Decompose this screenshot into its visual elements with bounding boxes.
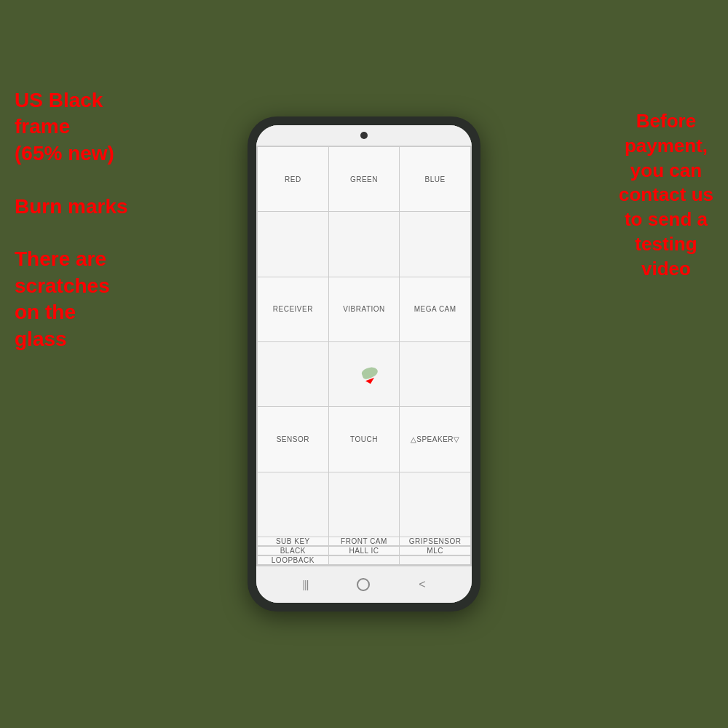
left-line-10: glass — [15, 326, 128, 352]
grid-cell-hall-ic[interactable]: HALL IC — [329, 547, 400, 555]
grid-cell-vibration[interactable]: VIBRATION — [329, 277, 400, 341]
right-line-4: contact us — [619, 183, 713, 207]
right-line-5: to send a — [619, 207, 713, 232]
grid-cell-red[interactable]: RED — [258, 147, 328, 211]
grid-cell-gripsensor[interactable]: GRIPSENSOR — [400, 537, 470, 545]
grid-cell-empty-5 — [329, 342, 400, 406]
grid-cell-empty-9 — [400, 472, 470, 537]
left-line-7: There are — [15, 246, 128, 272]
grid-cell-empty-17 — [400, 556, 470, 564]
left-line-2: frame — [15, 114, 128, 140]
right-overlay-text: Before payment, you can contact us to se… — [619, 109, 713, 282]
grid-cell-empty-4 — [258, 342, 328, 406]
nav-back-icon[interactable] — [419, 578, 425, 591]
left-overlay-text: US Black frame (65% new) Burn marks Ther… — [15, 87, 128, 352]
left-line-1: US Black — [15, 87, 128, 114]
grid-cell-touch[interactable]: TOUCH — [329, 407, 400, 471]
left-line-8: scratches — [15, 273, 128, 299]
grid-cell-mlc[interactable]: MLC — [400, 547, 470, 555]
grid-cell-front-cam[interactable]: FRONT CAM — [329, 537, 400, 545]
left-line-5: Burn marks — [15, 194, 128, 220]
grid-cell-receiver[interactable]: RECEIVER — [258, 277, 328, 341]
right-line-7: video — [619, 257, 713, 282]
grid-cell-sensor[interactable]: SENSOR — [258, 407, 328, 471]
phone-bottom-nav — [256, 566, 472, 603]
grid-cell-green[interactable]: GREEN — [329, 147, 400, 211]
grid-cell-empty-16 — [329, 556, 400, 564]
grid-cell-mega-cam[interactable]: MEGA CAM — [400, 277, 470, 341]
right-line-1: Before — [619, 109, 713, 134]
left-line-3: (65% new) — [15, 141, 128, 167]
grid-cell-speaker[interactable]: △SPEAKER▽ — [400, 407, 470, 471]
grid-cell-sub-key[interactable]: SUB KEY — [258, 537, 328, 545]
right-line-3: you can — [619, 159, 713, 183]
grid-cell-empty-7 — [258, 472, 328, 537]
test-grid: RED GREEN BLUE RECEIVER VIBRATION MEGA C… — [256, 146, 472, 566]
grid-cell-empty-1 — [258, 212, 328, 276]
nav-home-icon[interactable] — [357, 578, 370, 591]
grid-cell-empty-2 — [329, 212, 400, 276]
right-line-6: testing — [619, 232, 713, 257]
grid-cell-empty-3 — [400, 212, 470, 276]
phone-screen: RED GREEN BLUE RECEIVER VIBRATION MEGA C… — [256, 125, 472, 603]
grid-cell-empty-8 — [329, 472, 400, 537]
grid-cell-blue[interactable]: BLUE — [400, 147, 470, 211]
grid-cell-black[interactable]: BLACK — [258, 547, 328, 555]
phone-top-bar — [256, 125, 472, 146]
nav-recent-apps-icon[interactable] — [302, 579, 308, 590]
grid-cell-empty-6 — [400, 342, 470, 406]
front-camera-dot — [360, 132, 368, 139]
grid-cell-loopback[interactable]: LOOPBACK — [258, 556, 328, 564]
phone-device: RED GREEN BLUE RECEIVER VIBRATION MEGA C… — [248, 116, 480, 612]
left-line-9: on the — [15, 299, 128, 325]
right-line-2: payment, — [619, 134, 713, 159]
